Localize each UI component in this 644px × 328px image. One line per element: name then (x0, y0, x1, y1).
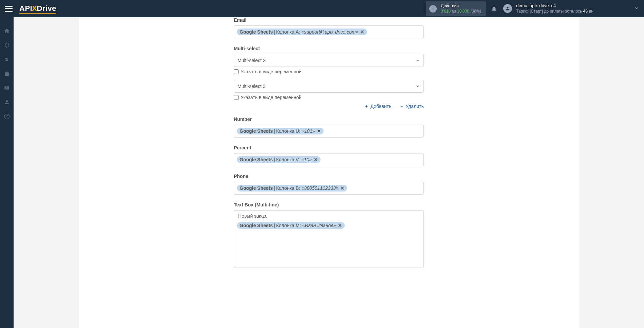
percent-tag[interactable]: Google Sheets | Колонка V: «10» ✕ (237, 156, 321, 163)
sidebar-briefcase-icon[interactable] (3, 70, 10, 77)
multiselect-var-checkbox-1[interactable] (234, 69, 239, 74)
sidebar-youtube-icon[interactable] (3, 85, 10, 91)
close-icon[interactable]: ✕ (360, 29, 364, 35)
close-icon[interactable]: ✕ (340, 185, 344, 191)
chevron-down-icon (415, 58, 420, 63)
plus-icon (364, 104, 368, 108)
sidebar (0, 17, 14, 328)
tariff-days: 43 (583, 9, 588, 14)
menu-toggle[interactable] (5, 6, 13, 12)
sidebar-connections-icon[interactable] (3, 42, 10, 49)
logo[interactable]: APIXDrive (19, 4, 56, 14)
chevron-down-icon (634, 6, 639, 12)
actions-usage-box[interactable]: i Действия: 3'610 из 10'000 (36%) (426, 1, 486, 16)
close-icon[interactable]: ✕ (338, 223, 342, 228)
multiselect-dropdown-1[interactable]: Multi-select 2 (234, 54, 424, 67)
actions-current: 3'610 (441, 9, 451, 14)
actions-label: Действия: (441, 3, 481, 9)
phone-tag[interactable]: Google Sheets | Колонка B: «380501112233… (237, 185, 347, 192)
main-content: Email Google Sheets | Колонка A: «suppor… (14, 17, 644, 328)
number-input[interactable]: Google Sheets | Колонка U: «101» ✕ (234, 125, 424, 138)
email-input[interactable]: Google Sheets | Колонка A: «support@apix… (234, 25, 424, 38)
tariff-suffix: дн (588, 9, 593, 14)
email-label: Email (234, 17, 424, 23)
textbox-plain: Новый заказ. (237, 213, 269, 219)
phone-label: Phone (234, 174, 424, 179)
user-menu[interactable]: demo_apix-drive_s4 Тариф |Старт| до опла… (503, 3, 639, 14)
avatar-icon (503, 4, 512, 13)
actions-of: из (452, 9, 456, 14)
bell-icon[interactable] (491, 6, 497, 12)
actions-percent: (36%) (470, 9, 481, 14)
percent-label: Percent (234, 145, 424, 150)
tariff-prefix: Тариф |Старт| до оплаты осталось (516, 9, 583, 14)
sidebar-user-icon[interactable] (3, 99, 10, 106)
username: demo_apix-drive_s4 (516, 3, 593, 9)
multiselect-dropdown-2[interactable]: Multi-select 3 (234, 80, 424, 93)
phone-input[interactable]: Google Sheets | Колонка B: «380501112233… (234, 182, 424, 195)
multiselect-var-checkbox-2[interactable] (234, 95, 239, 100)
close-icon[interactable]: ✕ (314, 157, 318, 162)
header: APIXDrive i Действия: 3'610 из 10'000 (3… (0, 0, 644, 17)
multiselect-label: Multi-select (234, 46, 424, 51)
number-label: Number (234, 116, 424, 122)
minus-icon (400, 104, 404, 108)
percent-input[interactable]: Google Sheets | Колонка V: «10» ✕ (234, 153, 424, 166)
textbox-tag[interactable]: Google Sheets | Колонка M: «Иван Иванов»… (237, 222, 345, 229)
remove-button[interactable]: Удалить (400, 104, 424, 109)
add-button[interactable]: Добавить (364, 104, 392, 109)
textbox-label: Text Box (Multi-line) (234, 202, 424, 207)
sidebar-help-icon[interactable] (3, 113, 10, 120)
close-icon[interactable]: ✕ (317, 128, 321, 134)
sidebar-home-icon[interactable] (3, 28, 10, 34)
info-icon: i (429, 5, 437, 13)
number-tag[interactable]: Google Sheets | Колонка U: «101» ✕ (237, 128, 324, 134)
textbox-input[interactable]: Новый заказ. Google Sheets | Колонка M: … (234, 210, 424, 268)
actions-total: 10'000 (457, 9, 469, 14)
email-tag[interactable]: Google Sheets | Колонка A: «support@apix… (237, 29, 367, 35)
chevron-down-icon (415, 84, 420, 89)
sidebar-billing-icon[interactable] (3, 56, 10, 63)
